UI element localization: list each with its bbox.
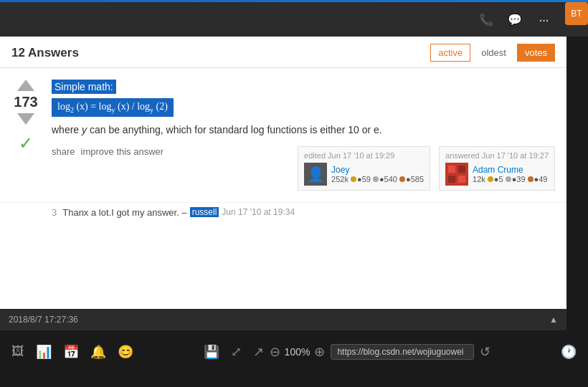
zoom-in-icon[interactable]: ⊕ — [314, 344, 325, 360]
save-icon[interactable]: 💾 — [204, 344, 219, 360]
toolbar-center-icons: 💾 ⤢ ↗ — [204, 344, 264, 360]
answers-section: 12 Answers active oldest votes 173 ✓ — [0, 37, 566, 309]
expand-icon[interactable]: ⤢ — [231, 344, 242, 360]
edited-username[interactable]: Joey — [331, 165, 424, 175]
svg-rect-3 — [448, 176, 455, 183]
vote-section: 173 ✓ — [11, 80, 40, 191]
answer-content: Simple math: log2 (x) = logy (x) / logy … — [52, 80, 555, 191]
answer-highlight: Simple math: — [52, 80, 116, 94]
refresh-icon[interactable]: ↺ — [480, 344, 490, 360]
comment-user[interactable]: russell — [190, 207, 219, 217]
user-cards: edited Jun 17 '10 at 19:29 👤 Joey — [298, 146, 555, 191]
bottom-toolbar: 🖼 📊 📅 🔔 😊 💾 ⤢ ↗ ⊖ 100% ⊕ — [0, 330, 588, 373]
answer-block: 173 ✓ Simple math: log2 (x) = logy (x) /… — [0, 68, 566, 202]
improve-link[interactable]: improve this answer — [81, 146, 164, 157]
answered-card-body: Adam Crume 12k ●5 ●39 ●49 — [445, 163, 549, 186]
top-bar: 📞 💬 ··· ✕ BT — [0, 2, 588, 37]
edited-card-body: 👤 Joey 252k ●59 ●540 — [304, 163, 424, 186]
vote-up-button[interactable] — [17, 80, 34, 91]
chat-icon[interactable]: 💬 — [505, 9, 525, 29]
accepted-check: ✓ — [19, 133, 33, 153]
edited-avatar: 👤 — [304, 163, 327, 186]
zoom-section: ⊖ 100% ⊕ — [270, 344, 326, 360]
answers-header: 12 Answers active oldest votes — [0, 37, 566, 68]
phone-icon[interactable]: 📞 — [476, 9, 496, 29]
user-avatar-top: BT — [565, 2, 588, 25]
app-wrapper: 📞 💬 ··· ✕ BT 12 Answers active oldest vo… — [0, 0, 588, 373]
answer-links: share improve this answer — [52, 146, 163, 157]
answered-username[interactable]: Adam Crume — [473, 165, 547, 175]
edited-rep: 252k ●59 ●540 ●585 — [331, 175, 424, 183]
comment-section: 3 Thanx a lot.I got my answer. – russell… — [0, 202, 566, 222]
share-link[interactable]: share — [52, 146, 75, 157]
dark-timestamp: 2018/8/7 17:27:36 — [9, 315, 78, 325]
content-row: 12 Answers active oldest votes 173 ✓ — [0, 37, 588, 373]
answered-label: answered Jun 17 '10 at 19:27 — [445, 151, 549, 160]
toolbar-right: 🕐 — [561, 344, 577, 360]
calendar-icon[interactable]: 📅 — [63, 344, 79, 360]
share-toolbar-icon[interactable]: ↗ — [253, 344, 264, 360]
edited-user-info: Joey 252k ●59 ●540 ●585 — [331, 165, 424, 183]
toolbar-left: 🖼 📊 📅 🔔 😊 — [11, 344, 133, 360]
vote-down-button[interactable] — [17, 113, 34, 125]
comment-date: Jun 17 '10 at 19:34 — [222, 207, 295, 217]
edited-label: edited Jun 17 '10 at 19:29 — [304, 151, 424, 160]
more-icon[interactable]: ··· — [534, 9, 554, 29]
emoji-icon[interactable]: 😊 — [118, 344, 133, 360]
answered-user-info: Adam Crume 12k ●5 ●39 ●49 — [473, 165, 547, 183]
main-panel: 12 Answers active oldest votes 173 ✓ — [0, 37, 588, 373]
image-icon[interactable]: 🖼 — [11, 344, 24, 360]
answered-avatar — [445, 163, 468, 186]
comment-text: Thanx a lot.I got my answer. – — [62, 207, 186, 218]
comment-num: 3 — [52, 207, 57, 218]
zoom-out-icon[interactable]: ⊖ — [270, 344, 280, 360]
sort-tabs: active oldest votes — [430, 44, 555, 62]
url-bar[interactable] — [331, 344, 474, 360]
chart-icon[interactable]: 📊 — [36, 344, 52, 360]
answers-title: 12 Answers — [11, 46, 79, 60]
edited-user-card: edited Jun 17 '10 at 19:29 👤 Joey — [298, 146, 430, 191]
comment-item: 3 Thanx a lot.I got my answer. – russell… — [52, 207, 555, 218]
svg-rect-4 — [458, 176, 465, 183]
bell-icon[interactable]: 🔔 — [90, 344, 106, 360]
dark-arrow[interactable]: ▲ — [549, 315, 558, 325]
dark-bar: 2018/8/7 17:27:36 ▲ — [0, 309, 566, 330]
zoom-level: 100% — [285, 346, 310, 358]
tab-active[interactable]: active — [430, 44, 470, 62]
math-formula: log2 (x) = logy (x) / logy (2) — [52, 98, 174, 117]
answer-body: where y can be anything, which for stand… — [52, 123, 555, 138]
answered-user-card: answered Jun 17 '10 at 19:27 — [439, 146, 555, 191]
svg-rect-2 — [458, 166, 465, 173]
svg-rect-1 — [448, 166, 455, 173]
toolbar-center: 💾 ⤢ ↗ ⊖ 100% ⊕ ↺ — [204, 344, 491, 360]
clock-icon[interactable]: 🕐 — [561, 344, 577, 360]
answer-footer: share improve this answer edited Jun 17 … — [52, 146, 555, 191]
vote-count: 173 — [14, 94, 37, 110]
tab-votes[interactable]: votes — [517, 44, 555, 62]
answered-rep: 12k ●5 ●39 ●49 — [473, 175, 547, 183]
tab-oldest[interactable]: oldest — [473, 44, 514, 62]
